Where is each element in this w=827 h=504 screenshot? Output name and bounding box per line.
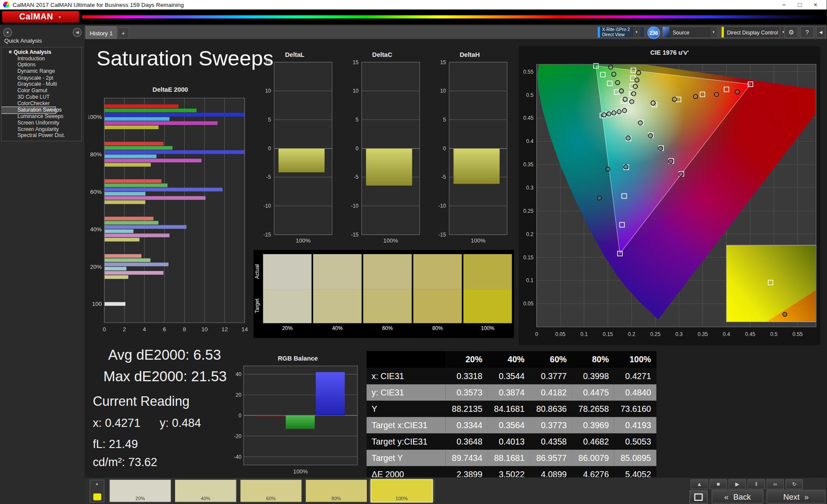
meter-selector[interactable]: X-Rite i1Pro 2 Direct View ▼	[597, 26, 645, 38]
bar-magenta-100	[104, 121, 218, 125]
single-measure-button[interactable]	[690, 490, 708, 504]
bar-green-40	[104, 221, 159, 225]
sidebar-item-spectral-power-dist[interactable]: Spectral Power Dist.	[2, 133, 81, 139]
panel-collapse-button[interactable]: ◀	[816, 26, 826, 38]
display-control-selector[interactable]: Direct Display Control ▼	[721, 26, 780, 38]
sidebar-item-luminance-sweeps[interactable]: Luminance Sweeps	[2, 113, 81, 120]
bar-blue-60	[104, 188, 222, 192]
chart-svg: DeltaC151050-5-10-15100%	[343, 50, 422, 248]
svg-text:0.15: 0.15	[523, 255, 534, 261]
table-cell: 89.7434	[445, 450, 488, 466]
minimize-button[interactable]: −	[776, 0, 792, 9]
add-tab-button[interactable]: +	[118, 28, 129, 39]
tab-history-1[interactable]: History 1	[86, 26, 116, 39]
table-cell: 0.3773	[530, 417, 572, 433]
saturation-level-button-100[interactable]: 100%	[370, 479, 432, 503]
swatch-button-label: 80%	[306, 496, 367, 501]
sidebar-item-saturation-sweeps[interactable]: Saturation Sweeps	[2, 107, 56, 113]
pause-button[interactable]: ‖	[747, 479, 765, 489]
back-button[interactable]: « Back	[712, 490, 763, 504]
sidebar-item-dynamic-range[interactable]: Dynamic Range	[2, 68, 81, 75]
bar-blue-100	[104, 113, 245, 117]
measured-marker	[659, 146, 663, 151]
refresh-button[interactable]: ↻	[786, 479, 803, 489]
sidebar-item-color-gamut[interactable]: Color Gamut	[2, 87, 81, 94]
svg-text:100%: 100%	[471, 237, 485, 244]
sidebar-item-colorchecker[interactable]: ColorChecker	[2, 100, 81, 107]
sidebar-collapse-button[interactable]: ◀	[73, 28, 82, 37]
svg-text:0.5: 0.5	[526, 92, 534, 98]
measured-marker	[668, 159, 673, 164]
square-icon	[694, 493, 703, 501]
row-label: Target x:CIE31	[367, 417, 446, 433]
bar-blue-80	[104, 150, 245, 154]
table-row-target-x-cie31: Target x:CIE310.33440.35640.37730.39690.…	[367, 417, 656, 433]
chart-svg: DeltaE 200002468101214100%80%60%40%20%10…	[89, 84, 252, 339]
sidebar-item-introduction[interactable]: Introduction	[2, 56, 81, 62]
row-label: Y	[367, 401, 446, 417]
pattern-window-button[interactable]: ▲	[90, 480, 104, 503]
measured-marker	[679, 172, 683, 177]
chevron-down-icon[interactable]: ▼	[632, 27, 640, 37]
svg-text:20: 20	[236, 392, 242, 398]
svg-text:0: 0	[535, 331, 538, 337]
sidebar-item-options[interactable]: Options	[2, 62, 81, 68]
tree-root[interactable]: Quick Analysis	[2, 49, 81, 56]
stop-button[interactable]: ■	[709, 479, 727, 489]
sidebar-item-screen-uniformity[interactable]: Screen Uniformity	[2, 120, 81, 126]
calman-logo-menu[interactable]: CalMAN ▼	[2, 11, 79, 23]
swatch-button-label: 100%	[371, 496, 432, 501]
next-label: Next	[783, 492, 800, 501]
svg-text:4: 4	[143, 326, 146, 333]
next-button[interactable]: Next »	[767, 490, 826, 504]
measured-marker	[635, 78, 639, 82]
table-cell: 0.3573	[445, 384, 488, 401]
sidebar-item-grayscale-2pt[interactable]: Grayscale - 2pt	[2, 75, 81, 81]
swatch-label: 40%	[313, 325, 362, 331]
sidebar-item-3d-cube-lut[interactable]: 3D Cube LUT	[2, 94, 81, 100]
saturation-level-button-60[interactable]: 60%	[240, 479, 302, 503]
table-cell: 0.4358	[530, 433, 572, 450]
help-button[interactable]: ?	[800, 26, 814, 38]
current-y: y: 0.484	[160, 417, 201, 430]
source-selector[interactable]: Source ▼	[662, 26, 718, 38]
table-cell: 0.3564	[488, 417, 530, 433]
sidebar-item-screen-angularity[interactable]: Screen Angularity	[2, 126, 81, 133]
svg-text:40%: 40%	[90, 226, 102, 233]
saturation-level-button-80[interactable]: 80%	[305, 479, 367, 503]
svg-text:0.45: 0.45	[745, 331, 755, 337]
chart-svg: DeltaH151050-5-10-15100%	[430, 50, 510, 248]
screen: CalMAN 2017 CalMAN Ultimate for Business…	[0, 0, 827, 504]
svg-text:0: 0	[443, 146, 446, 152]
bar-green-100	[104, 109, 196, 112]
delta-bar	[278, 149, 325, 173]
close-button[interactable]: ×	[808, 0, 824, 9]
bar-blue	[316, 372, 345, 416]
compare-swatch-80	[414, 254, 462, 323]
settings-button[interactable]: ⚙	[784, 26, 798, 38]
app-icon	[3, 2, 9, 8]
table-cell: 0.3998	[572, 368, 614, 384]
measured-marker	[633, 84, 637, 89]
sidebar-item-grayscale-multi[interactable]: Grayscale - Multi	[2, 81, 81, 87]
loop-button[interactable]: ∞	[767, 479, 784, 489]
maximize-button[interactable]: □	[792, 0, 808, 9]
target-swatch	[463, 289, 512, 323]
saturation-level-button-40[interactable]: 40%	[174, 479, 236, 503]
svg-text:2: 2	[123, 326, 126, 333]
svg-text:0.25: 0.25	[650, 331, 660, 337]
bar-red-80	[104, 142, 163, 146]
swatch-label: 100%	[463, 325, 512, 331]
app-header: CalMAN ▼	[0, 9, 827, 24]
table-row-x-cie31: x: CIE310.33180.35440.37770.39980.4271	[367, 368, 656, 384]
sidebar-title: Quick Analysis	[4, 37, 42, 44]
svg-text:15: 15	[265, 59, 271, 65]
eject-button[interactable]: ▲	[690, 479, 708, 489]
chevron-down-icon[interactable]: ▼	[709, 27, 718, 37]
play-button[interactable]: ▶	[728, 479, 746, 489]
saturation-level-button-20[interactable]: 20%	[109, 479, 171, 503]
workflow-menu-button[interactable]: ●	[3, 28, 12, 37]
table-cell: 0.4840	[614, 384, 656, 401]
svg-text:40: 40	[236, 371, 242, 377]
tree-bullet-icon	[9, 50, 12, 53]
